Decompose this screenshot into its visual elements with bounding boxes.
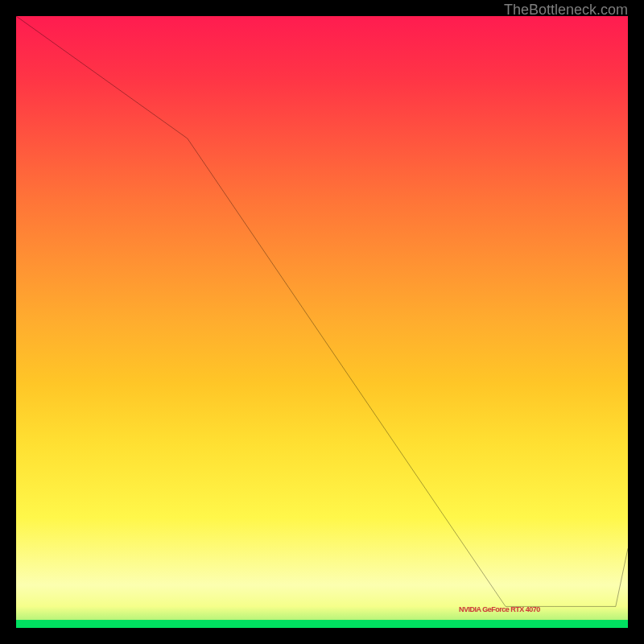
chart-frame: TheBottleneck.com NVIDIA GeForce RTX 407… — [0, 0, 644, 644]
gpu-annotation: NVIDIA GeForce RTX 4070 — [459, 605, 540, 613]
plot-area: NVIDIA GeForce RTX 4070 — [16, 16, 628, 628]
data-line — [16, 16, 628, 606]
line-plot-svg — [16, 16, 628, 628]
